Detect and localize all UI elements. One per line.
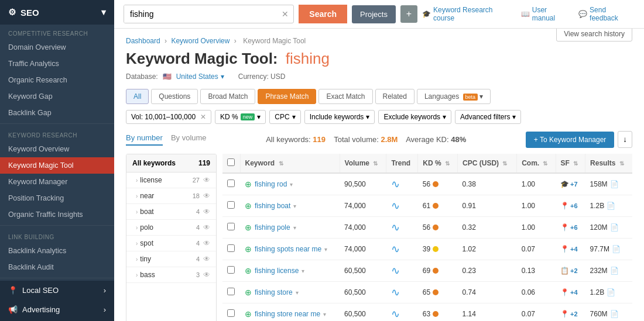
keyword-caret-3[interactable]: ▾ (324, 246, 327, 253)
sidebar-item-organic-traffic-insights[interactable]: Organic Traffic Insights (0, 206, 114, 223)
include-kw-chip[interactable]: Include keywords ▾ (304, 110, 375, 124)
exclude-kw-chip[interactable]: Exclude keywords ▾ (378, 110, 451, 124)
sidebar-item-keyword-overview[interactable]: Keyword Overview (0, 141, 114, 157)
advanced-filters-chip[interactable]: Advanced filters ▾ (455, 110, 521, 124)
keyword-link-0[interactable]: fishing rod (255, 180, 287, 188)
sidebar-item-backlink-gap[interactable]: Backlink Gap (0, 105, 114, 121)
cell-checkbox-6[interactable] (222, 303, 240, 322)
search-button[interactable]: Search (299, 5, 347, 23)
th-trend[interactable]: Trend (386, 154, 418, 173)
search-clear-icon[interactable]: ✕ (277, 7, 293, 21)
vol-filter-remove[interactable]: ✕ (200, 113, 206, 121)
tab-related[interactable]: Related (375, 89, 415, 104)
breadcrumb-keyword-overview[interactable]: Keyword Overview (171, 37, 229, 45)
keyword-caret-0[interactable]: ▾ (290, 181, 293, 188)
left-panel-item-polo[interactable]: ›polo 4 👁 (126, 220, 216, 236)
cell-checkbox-4[interactable] (222, 260, 240, 282)
database-selector[interactable]: United States ▾ (176, 73, 224, 81)
eye-icon-2[interactable]: 👁 (203, 208, 210, 216)
th-cpc[interactable]: CPC (USD) ⇅ (458, 154, 517, 173)
kd-filter-chip[interactable]: KD % new ▾ (215, 110, 266, 124)
eye-icon-3[interactable]: 👁 (203, 223, 210, 232)
th-sf[interactable]: SF ⇅ (556, 154, 585, 173)
keyword-caret-2[interactable]: ▾ (293, 225, 296, 231)
add-keyword-btn-3[interactable]: ⊕ (245, 244, 252, 254)
left-panel-item-bass[interactable]: ›bass 3 👁 (126, 267, 216, 283)
sf-sort-icon: ⇅ (573, 160, 578, 167)
tab-exact-match[interactable]: Exact Match (318, 89, 372, 104)
tab-languages[interactable]: Languages beta ▾ (417, 89, 491, 104)
cpc-filter-chip[interactable]: CPC ▾ (269, 110, 300, 124)
eye-icon-6[interactable]: 👁 (203, 271, 210, 279)
cell-checkbox-3[interactable] (222, 239, 240, 260)
tab-phrase-match[interactable]: Phrase Match (258, 89, 316, 104)
keyword-caret-4[interactable]: ▾ (302, 268, 304, 274)
sidebar-item-organic-research[interactable]: Organic Research (0, 72, 114, 88)
th-keyword[interactable]: Keyword ⇅ (240, 154, 340, 173)
keyword-link-4[interactable]: fishing license (255, 267, 299, 275)
tab-questions[interactable]: Questions (151, 89, 198, 104)
breadcrumb-dashboard[interactable]: Dashboard (126, 37, 160, 45)
sidebar-item-keyword-gap[interactable]: Keyword Gap (0, 88, 114, 105)
view-search-history-button[interactable]: View search history (556, 29, 632, 42)
cell-checkbox-1[interactable] (222, 195, 240, 217)
left-panel-item-boat[interactable]: ›boat 4 👁 (126, 204, 216, 220)
keyword-caret-5[interactable]: ▾ (296, 289, 299, 296)
cell-checkbox-5[interactable] (222, 282, 240, 303)
eye-icon-1[interactable]: 👁 (203, 192, 210, 200)
tab-all[interactable]: All (126, 89, 149, 104)
cell-trend-4: ∿ (386, 260, 418, 282)
projects-button[interactable]: Projects (352, 5, 396, 23)
keyword-link-6[interactable]: fishing store near me (255, 310, 320, 318)
add-keyword-btn-6[interactable]: ⊕ (245, 309, 252, 319)
add-keyword-btn-4[interactable]: ⊕ (245, 266, 252, 275)
left-panel-item-license[interactable]: ›license 27 👁 (126, 172, 216, 188)
add-keyword-btn-1[interactable]: ⊕ (245, 201, 252, 210)
tab-by-volume[interactable]: By volume (171, 133, 207, 146)
send-feedback-link[interactable]: 💬 Send feedback (578, 6, 635, 22)
sidebar-item-keyword-manager[interactable]: Keyword Manager (0, 174, 114, 190)
keyword-caret-6[interactable]: ▾ (323, 311, 326, 317)
sidebar-collapse-icon[interactable]: ▾ (101, 7, 106, 18)
th-volume[interactable]: Volume ⇅ (340, 154, 386, 173)
export-button[interactable]: ↓ (618, 131, 632, 148)
left-panel-item-tiny[interactable]: ›tiny 4 👁 (126, 251, 216, 267)
sidebar-item-backlink-analytics[interactable]: Backlink Analytics (0, 243, 114, 259)
sidebar-item-keyword-magic-tool[interactable]: Keyword Magic Tool (0, 157, 114, 174)
add-keyword-btn-5[interactable]: ⊕ (245, 288, 252, 297)
sidebar-item-local-seo[interactable]: 📍 Local SEO › (0, 281, 114, 300)
vol-filter-chip[interactable]: Vol: 10,001–100,000 ✕ (126, 110, 211, 124)
select-all-checkbox[interactable] (227, 158, 235, 166)
cell-checkbox-2[interactable] (222, 217, 240, 239)
keyword-link-2[interactable]: fishing pole (255, 223, 290, 232)
search-input[interactable] (124, 5, 277, 23)
sidebar-item-traffic-analytics[interactable]: Traffic Analytics (0, 56, 114, 72)
th-results[interactable]: Results ⇅ (585, 154, 632, 173)
user-manual-link[interactable]: 📖 User manual (521, 6, 570, 22)
keyword-link-3[interactable]: fishing spots near me (255, 245, 321, 253)
tab-by-number[interactable]: By number (126, 133, 163, 146)
eye-icon-0[interactable]: 👁 (203, 176, 210, 184)
add-to-keyword-manager-button[interactable]: + To Keyword Manager (526, 132, 615, 148)
keyword-caret-1[interactable]: ▾ (293, 203, 296, 209)
sidebar-logo[interactable]: ⚙ SEO ▾ (0, 0, 114, 25)
keyword-link-1[interactable]: fishing boat (255, 202, 290, 210)
left-panel-item-spot[interactable]: ›spot 4 👁 (126, 236, 216, 251)
sidebar-item-domain-overview[interactable]: Domain Overview (0, 39, 114, 56)
eye-icon-4[interactable]: 👁 (203, 239, 210, 247)
th-kd[interactable]: KD % ⇅ (418, 154, 458, 173)
tab-broad-match[interactable]: Broad Match (200, 89, 255, 104)
add-project-button[interactable]: + (400, 5, 417, 23)
keyword-research-course-link[interactable]: 🎓 Keyword Research course (422, 6, 513, 22)
th-com[interactable]: Com. ⇅ (517, 154, 556, 173)
eye-icon-5[interactable]: 👁 (203, 255, 210, 263)
keyword-link-5[interactable]: fishing store (255, 288, 293, 296)
cell-checkbox-0[interactable] (222, 173, 240, 195)
add-keyword-btn-2[interactable]: ⊕ (245, 223, 252, 232)
sidebar-item-backlink-audit[interactable]: Backlink Audit (0, 259, 114, 275)
add-keyword-btn-0[interactable]: ⊕ (245, 180, 252, 189)
sidebar-item-advertising[interactable]: 📢 Advertising › (0, 300, 114, 319)
volume-sort-icon: ⇅ (373, 160, 378, 167)
left-panel-item-near[interactable]: ›near 18 👁 (126, 188, 216, 204)
sidebar-item-position-tracking[interactable]: Position Tracking (0, 190, 114, 206)
